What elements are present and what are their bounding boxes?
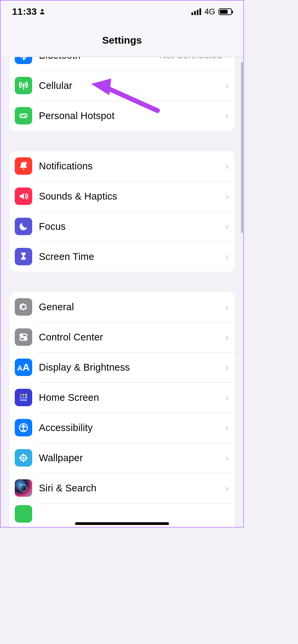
row-label: Focus — [39, 221, 225, 232]
app-grid-icon — [15, 389, 32, 406]
network-type: 4G — [204, 7, 215, 16]
svg-point-19 — [19, 457, 22, 459]
svg-point-16 — [22, 457, 24, 459]
row-label: Accessibility — [39, 422, 225, 433]
row-accessibility[interactable]: Accessibility › — [9, 413, 235, 443]
battery-icon — [219, 8, 232, 15]
row-siri-search[interactable]: Siri & Search › — [9, 473, 235, 503]
row-label: Personal Hotspot — [39, 110, 225, 121]
svg-point-23 — [20, 459, 23, 461]
svg-point-4 — [21, 334, 22, 336]
group-connectivity: Bluetooth Not Connected › Cellular › Per… — [9, 57, 235, 131]
row-label: Cellular — [39, 80, 225, 91]
svg-point-15 — [23, 425, 24, 426]
cellular-signal-icon — [191, 8, 201, 15]
chevron-right-icon: › — [225, 362, 229, 373]
home-indicator[interactable] — [75, 522, 169, 525]
svg-rect-8 — [22, 394, 24, 395]
chevron-right-icon: › — [225, 482, 229, 494]
svg-rect-9 — [25, 394, 27, 395]
svg-rect-13 — [20, 399, 27, 401]
chevron-right-icon: › — [225, 331, 229, 343]
status-bar: 11:33 4G — [0, 0, 244, 23]
chevron-right-icon: › — [225, 57, 229, 61]
row-label: Notifications — [39, 161, 225, 172]
chevron-right-icon: › — [225, 110, 229, 121]
svg-rect-11 — [22, 396, 24, 398]
svg-point-0 — [41, 9, 44, 11]
row-bluetooth[interactable]: Bluetooth Not Connected › — [9, 57, 235, 70]
bell-icon — [15, 157, 32, 175]
speaker-icon — [15, 187, 32, 205]
svg-point-25 — [20, 484, 27, 491]
row-general[interactable]: General › — [9, 292, 235, 322]
chevron-right-icon: › — [225, 422, 229, 433]
row-focus[interactable]: Focus › — [9, 211, 235, 241]
svg-rect-12 — [25, 396, 27, 398]
row-screen-time[interactable]: Screen Time › — [9, 241, 235, 272]
row-control-center[interactable]: Control Center › — [9, 322, 235, 352]
text-size-icon: AA — [15, 359, 32, 376]
row-cellular[interactable]: Cellular › — [9, 70, 235, 101]
group-system: General › Control Center › AA Display & … — [9, 292, 235, 528]
row-notifications[interactable]: Notifications › — [9, 151, 235, 181]
next-row-icon — [15, 505, 32, 523]
bluetooth-icon — [15, 57, 32, 64]
toggles-icon — [15, 328, 32, 346]
group-alerts: Notifications › Sounds & Haptics › Focus… — [9, 151, 235, 272]
row-home-screen[interactable]: Home Screen › — [9, 382, 235, 413]
row-label: Bluetooth — [39, 57, 159, 61]
gear-icon — [15, 298, 32, 316]
svg-point-1 — [23, 84, 24, 85]
flower-icon — [15, 449, 32, 467]
row-personal-hotspot[interactable]: Personal Hotspot › — [9, 101, 235, 131]
chevron-right-icon: › — [225, 301, 229, 313]
svg-rect-7 — [20, 394, 21, 395]
person-icon — [39, 8, 46, 15]
row-label: Siri & Search — [39, 483, 225, 494]
svg-point-24 — [24, 459, 27, 461]
svg-point-18 — [22, 460, 24, 462]
row-label: Home Screen — [39, 392, 225, 403]
moon-icon — [15, 218, 32, 235]
chevron-right-icon: › — [225, 452, 229, 464]
chevron-right-icon: › — [225, 191, 229, 202]
svg-point-20 — [25, 457, 28, 459]
row-label: Control Center — [39, 332, 225, 343]
row-label: Screen Time — [39, 251, 225, 262]
chevron-right-icon: › — [225, 221, 229, 232]
page-title: Settings — [102, 35, 142, 46]
siri-icon — [15, 479, 32, 497]
svg-point-6 — [24, 338, 26, 340]
svg-point-21 — [20, 454, 23, 457]
row-wallpaper[interactable]: Wallpaper › — [9, 443, 235, 473]
settings-scroll[interactable]: Bluetooth Not Connected › Cellular › Per… — [0, 57, 244, 528]
cellular-antenna-icon — [15, 77, 32, 94]
status-time: 11:33 — [12, 6, 37, 17]
row-label: Sounds & Haptics — [39, 191, 225, 202]
scroll-indicator — [241, 62, 243, 233]
hourglass-icon — [15, 248, 32, 265]
svg-rect-10 — [20, 396, 21, 398]
status-left: 11:33 — [12, 6, 46, 17]
row-label: General — [39, 302, 225, 313]
svg-point-22 — [24, 454, 27, 457]
chevron-right-icon: › — [225, 160, 229, 172]
row-sounds-haptics[interactable]: Sounds & Haptics › — [9, 181, 235, 211]
chevron-right-icon: › — [225, 80, 229, 91]
svg-point-2 — [24, 162, 26, 164]
chevron-right-icon: › — [225, 251, 229, 262]
svg-point-17 — [22, 453, 24, 456]
nav-bar: Settings — [0, 23, 244, 57]
row-detail: Not Connected — [159, 57, 222, 61]
chevron-right-icon: › — [225, 392, 229, 403]
hotspot-link-icon — [15, 107, 32, 124]
status-right: 4G — [191, 7, 232, 16]
row-display-brightness[interactable]: AA Display & Brightness › — [9, 352, 235, 382]
accessibility-icon — [15, 419, 32, 436]
row-label: Wallpaper — [39, 452, 225, 464]
row-label: Display & Brightness — [39, 362, 225, 373]
